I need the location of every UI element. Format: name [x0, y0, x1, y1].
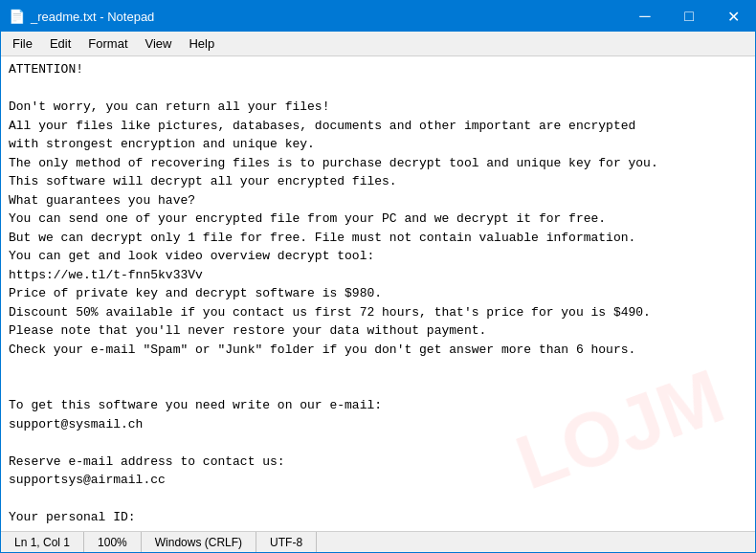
menu-file[interactable]: File: [5, 33, 40, 54]
minimize-button[interactable]: ─: [623, 1, 667, 32]
menu-view[interactable]: View: [138, 33, 180, 54]
status-zoom: 100%: [84, 532, 142, 552]
menu-bar: File Edit Format View Help: [1, 32, 755, 56]
title-bar-left: 📄 _readme.txt - Notepad: [9, 9, 154, 24]
window-controls: ─ □ ✕: [623, 1, 755, 32]
menu-help[interactable]: Help: [181, 33, 222, 54]
status-position: Ln 1, Col 1: [1, 532, 84, 552]
close-button[interactable]: ✕: [711, 1, 755, 32]
menu-edit[interactable]: Edit: [42, 33, 78, 54]
text-editor[interactable]: [1, 56, 755, 531]
window-title: _readme.txt - Notepad: [31, 10, 154, 24]
notepad-window: 📄 _readme.txt - Notepad ─ □ ✕ File Edit …: [0, 0, 756, 553]
status-bar: Ln 1, Col 1 100% Windows (CRLF) UTF-8: [1, 531, 755, 552]
content-area: LOJM: [1, 56, 755, 531]
status-line-ending: Windows (CRLF): [142, 532, 256, 552]
maximize-button[interactable]: □: [667, 1, 711, 32]
menu-format[interactable]: Format: [80, 33, 135, 54]
app-icon: 📄: [9, 9, 25, 24]
title-bar: 📄 _readme.txt - Notepad ─ □ ✕: [1, 1, 755, 32]
status-encoding: UTF-8: [256, 532, 317, 552]
